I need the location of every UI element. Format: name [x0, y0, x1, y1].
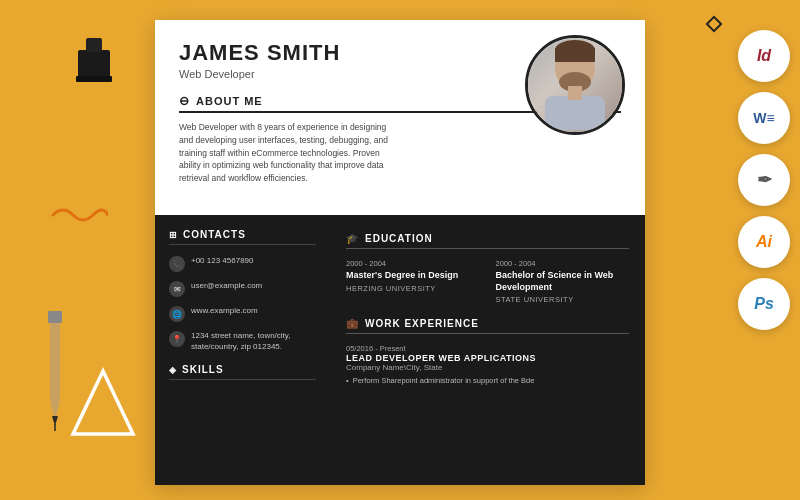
contact-email: ✉ user@example.com — [169, 280, 316, 297]
contact-website: 🌐 www.example.com — [169, 305, 316, 322]
resume-top-section: JAMES SMITH Web Developer ⊖ ABOUT ME Web… — [155, 20, 645, 215]
word-icon[interactable]: W≡ — [738, 92, 790, 144]
pen-tool-icon[interactable]: ✒ — [738, 154, 790, 206]
phone-icon: 📞 — [169, 256, 185, 272]
user-icon: ⊖ — [179, 94, 190, 108]
svg-rect-11 — [545, 96, 605, 130]
contacts-header: ⊞ CONTACTS — [169, 229, 316, 245]
svg-rect-2 — [76, 76, 112, 82]
svg-marker-7 — [52, 416, 58, 426]
contact-phone: 📞 +00 123 4567890 — [169, 255, 316, 272]
left-panel: ⊞ CONTACTS 📞 +00 123 4567890 ✉ user@exam… — [155, 215, 330, 485]
stamp-decoration — [58, 20, 128, 94]
web-icon: 🌐 — [169, 306, 185, 322]
resume-bottom-section: ⊞ CONTACTS 📞 +00 123 4567890 ✉ user@exam… — [155, 215, 645, 485]
edu-years-1: 2000 - 2004 — [346, 259, 480, 268]
edu-degree-1: Master's Degree in Design — [346, 270, 480, 282]
work-header: 💼 WORK EXPERIENCE — [346, 318, 629, 334]
location-icon: 📍 — [169, 331, 185, 347]
work-item-1: 05/2016 - Present LEAD DEVELOPER WEB APP… — [346, 344, 629, 387]
email-text: user@example.com — [191, 280, 262, 291]
phone-text: +00 123 4567890 — [191, 255, 254, 266]
briefcase-icon: 💼 — [346, 318, 359, 329]
svg-rect-14 — [555, 48, 595, 62]
education-header: 🎓 EDUCATION — [346, 233, 629, 249]
svg-rect-4 — [50, 311, 60, 401]
svg-rect-0 — [78, 50, 110, 78]
svg-marker-6 — [50, 401, 60, 421]
education-grid: 2000 - 2004 Master's Degree in Design HE… — [346, 259, 629, 304]
work-date-1: 05/2016 - Present — [346, 344, 629, 353]
edu-degree-2: Bachelor of Science in Web Development — [496, 270, 630, 293]
illustrator-icon[interactable]: Ai — [738, 216, 790, 268]
graduation-icon: 🎓 — [346, 233, 359, 244]
address-text: 1234 street name, town/city, state/count… — [191, 330, 316, 352]
svg-rect-1 — [86, 38, 102, 52]
right-panel: 🎓 EDUCATION 2000 - 2004 Master's Degree … — [330, 215, 645, 485]
work-bullet-1: • Perform Sharepoint administrator in su… — [346, 376, 629, 387]
web-text: www.example.com — [191, 305, 258, 316]
diamond-decoration — [706, 16, 723, 33]
svg-rect-5 — [48, 311, 62, 323]
skills-icon: ◈ — [169, 365, 177, 375]
edu-years-2: 2000 - 2004 — [496, 259, 630, 268]
squiggle-decoration — [48, 200, 108, 234]
resume-card: JAMES SMITH Web Developer ⊖ ABOUT ME Web… — [155, 20, 645, 485]
svg-marker-3 — [73, 371, 133, 434]
contact-address: 📍 1234 street name, town/city, state/cou… — [169, 330, 316, 352]
about-text: Web Developer with 8 years of experience… — [179, 121, 399, 185]
education-item-1: 2000 - 2004 Master's Degree in Design HE… — [346, 259, 480, 304]
photoshop-icon[interactable]: Ps — [738, 278, 790, 330]
pen-decoration — [30, 306, 80, 440]
svg-rect-12 — [568, 86, 582, 100]
skills-header: ◈ SKILLS — [169, 364, 316, 380]
triangle-decoration — [68, 366, 138, 445]
edu-school-2: STATE UNIVERSITY — [496, 295, 630, 304]
edu-school-1: HERZING UNIVERSITY — [346, 284, 480, 293]
work-title-1: LEAD DEVELOPER WEB APPLICATIONS — [346, 353, 629, 363]
work-company-1: Company Name\City, State — [346, 363, 629, 372]
indesign-icon[interactable]: Id — [738, 30, 790, 82]
software-icons-panel: Id W≡ ✒ Ai Ps — [738, 30, 790, 330]
profile-photo — [525, 35, 625, 135]
contacts-icon: ⊞ — [169, 230, 178, 240]
education-item-2: 2000 - 2004 Bachelor of Science in Web D… — [496, 259, 630, 304]
email-icon: ✉ — [169, 281, 185, 297]
